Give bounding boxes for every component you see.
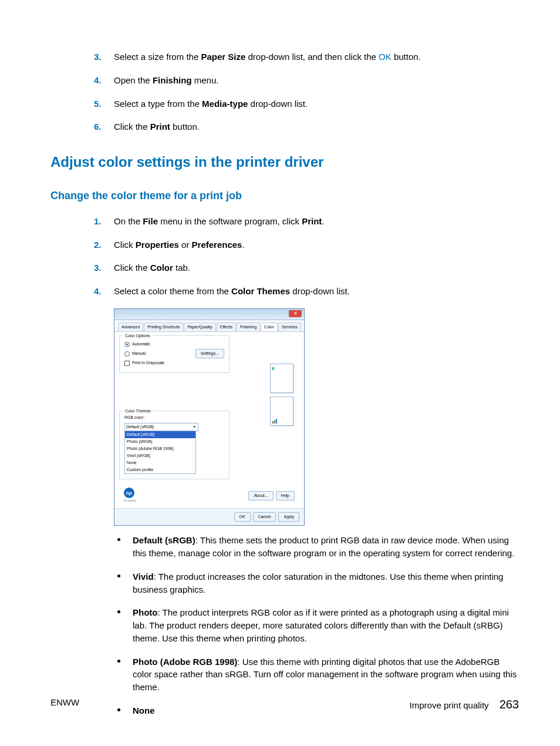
- option-default-srgb[interactable]: Default (sRGB): [125, 431, 195, 438]
- radio-manual[interactable]: ManualSettings...: [124, 349, 224, 358]
- step-num-4: 4.: [94, 74, 102, 87]
- step-num-6: 6.: [94, 120, 102, 133]
- step-2b: 2. Click Properties or Preferences.: [94, 238, 519, 251]
- group-color-themes: Color Themes: [123, 408, 153, 414]
- step-text: Open the Finishing menu.: [114, 75, 218, 85]
- heading-adjust-color: Adjust color settings in the printer dri…: [50, 152, 519, 173]
- tab-paper-quality[interactable]: Paper/Quality: [184, 322, 215, 331]
- cancel-button[interactable]: Cancel: [253, 512, 276, 522]
- step-6: 6. Click the Print button.: [94, 120, 519, 133]
- bullet-photo-adobe: Photo (Adobe RGB 1998): Use this theme w…: [114, 656, 519, 694]
- settings-button[interactable]: Settings...: [195, 349, 224, 358]
- bars-icon: [272, 419, 277, 424]
- chevron-down-icon: ▼: [193, 424, 197, 430]
- group-color-options: Color Options: [123, 333, 152, 339]
- rgb-color-label: RGB color:: [124, 415, 224, 421]
- step-4: 4. Open the Finishing menu.: [94, 74, 519, 87]
- step-text: Select a size from the Paper Size drop-d…: [114, 52, 421, 62]
- close-icon[interactable]: ✕: [289, 310, 302, 317]
- tab-printing-shortcuts[interactable]: Printing Shortcuts: [144, 322, 183, 331]
- color-theme-descriptions: Default (sRGB): This theme sets the prod…: [114, 534, 519, 717]
- option-photo-srgb[interactable]: Photo (sRGB): [125, 438, 195, 445]
- page-preview: E: [270, 364, 295, 426]
- ok-button[interactable]: OK: [234, 512, 251, 522]
- radio-automatic[interactable]: Automatic: [124, 341, 224, 347]
- check-grayscale[interactable]: Print in Grayscale: [124, 360, 224, 366]
- steps-mid: 1. On the File menu in the software prog…: [50, 215, 519, 298]
- option-photo-adobe[interactable]: Photo (Adobe RGB 1998): [125, 445, 195, 452]
- printer-dialog-screenshot: ✕ Advanced Printing Shortcuts Paper/Qual…: [114, 308, 519, 526]
- hp-logo-icon: hp: [124, 488, 134, 498]
- heading-change-color-theme: Change the color theme for a print job: [50, 188, 519, 203]
- tab-color[interactable]: Color: [261, 322, 278, 331]
- page-number: 263: [500, 696, 519, 713]
- dialog-tabs: Advanced Printing Shortcuts Paper/Qualit…: [114, 320, 304, 332]
- step-3b: 3. Click the Color tab.: [94, 261, 519, 274]
- rgb-color-dropdown[interactable]: Default (sRGB) Photo (sRGB) Photo (Adobe…: [124, 431, 196, 475]
- step-5: 5. Select a type from the Media-type dro…: [94, 98, 519, 110]
- bullet-photo: Photo: The product interprets RGB color …: [114, 606, 519, 644]
- dialog-titlebar: ✕: [114, 309, 304, 320]
- help-button[interactable]: Help: [276, 491, 295, 500]
- step-text: Click the Print button.: [114, 122, 200, 132]
- preview-e-icon: E: [272, 365, 293, 372]
- steps-top: 3. Select a size from the Paper Size dro…: [50, 51, 519, 133]
- step-1b: 1. On the File menu in the software prog…: [94, 215, 519, 228]
- tab-finishing[interactable]: Finishing: [237, 322, 260, 331]
- hp-invent-label: invent: [124, 498, 137, 503]
- about-button[interactable]: About...: [248, 491, 273, 500]
- footer-section: Improve print quality: [410, 699, 489, 712]
- ok-link[interactable]: OK: [379, 52, 392, 62]
- bullet-default-srgb: Default (sRGB): This theme sets the prod…: [114, 534, 519, 560]
- tab-effects[interactable]: Effects: [217, 322, 236, 331]
- apply-button[interactable]: Apply: [278, 512, 299, 522]
- step-text: Select a type from the Media-type drop-d…: [114, 99, 308, 109]
- step-num-5: 5.: [94, 98, 102, 110]
- step-3: 3. Select a size from the Paper Size dro…: [94, 51, 519, 63]
- tab-advanced[interactable]: Advanced: [118, 322, 143, 331]
- bullet-vivid: Vivid: The product increases the color s…: [114, 570, 519, 596]
- page-footer: ENWW Improve print quality 263: [50, 696, 519, 713]
- step-4b: 4. Select a color theme from the Color T…: [94, 285, 519, 298]
- option-vivid[interactable]: Vivid (sRGB): [125, 452, 195, 459]
- option-custom[interactable]: Custom profile: [125, 466, 195, 473]
- tab-services[interactable]: Services: [278, 322, 301, 331]
- footer-left: ENWW: [50, 696, 79, 713]
- option-none[interactable]: None: [125, 459, 195, 466]
- step-num-3: 3.: [94, 51, 102, 63]
- rgb-color-select[interactable]: Default (sRGB) ▼: [124, 423, 198, 431]
